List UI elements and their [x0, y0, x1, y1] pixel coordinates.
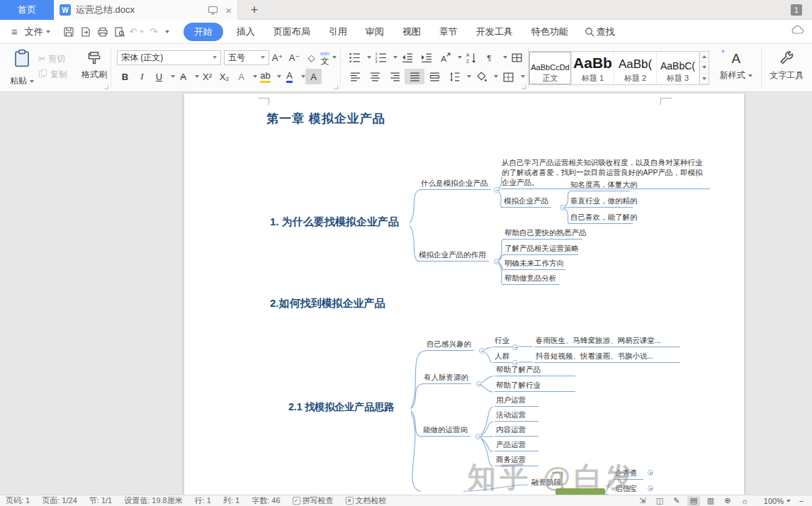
clear-format-button[interactable]: ◇ — [303, 50, 320, 65]
read-layout-icon[interactable]: ◫ — [653, 496, 666, 506]
tab-page-layout[interactable]: 页面布局 — [274, 23, 310, 41]
document-page[interactable]: 第一章 模拟企业产品 — [184, 94, 744, 495]
window-count-badge[interactable]: 1 — [791, 4, 802, 16]
bold-button[interactable]: B — [117, 69, 133, 84]
new-style-button[interactable]: *A 新样式 — [711, 44, 760, 91]
document-tab[interactable]: W 运营总结.docx × — [54, 0, 238, 20]
chevron-down-icon[interactable] — [521, 75, 525, 78]
borders-button[interactable] — [498, 69, 518, 84]
style-heading1[interactable]: AaBb标题 1 — [572, 52, 614, 84]
increase-indent-button[interactable] — [417, 50, 436, 65]
tab-settings-button[interactable] — [507, 50, 526, 65]
align-left-button[interactable] — [345, 69, 365, 84]
status-word-count[interactable]: 字数: 46 — [252, 495, 280, 506]
check-icon: ✓ — [293, 497, 300, 505]
web-layout-icon[interactable]: ⊕ — [721, 496, 734, 506]
mindmap-node: 垂直行业，做的精的 — [569, 196, 633, 208]
cut-button[interactable]: ✂剪切 — [38, 51, 78, 67]
home-tab[interactable]: 首页 — [0, 0, 54, 20]
print-icon[interactable] — [94, 23, 111, 40]
shrink-font-button[interactable]: A⁻ — [286, 50, 303, 65]
cross-icon: ✕ — [346, 497, 354, 505]
align-center-button[interactable] — [365, 69, 385, 84]
close-tab-icon[interactable]: × — [225, 4, 232, 16]
section-heading: 2.如何找到模拟企业产品 — [270, 297, 385, 310]
zoom-out-button[interactable]: − — [795, 496, 808, 506]
copy-button[interactable]: 复制 — [38, 67, 78, 82]
eye-protection-icon[interactable]: ☼ — [738, 496, 751, 506]
save-icon[interactable] — [60, 23, 77, 40]
highlight-color-button[interactable]: ab — [260, 71, 270, 83]
tab-developer[interactable]: 开发工具 — [476, 23, 513, 41]
styles-more-button[interactable] — [700, 74, 709, 84]
style-normal[interactable]: AaBbCcDd正文 — [529, 52, 572, 84]
print-layout-icon[interactable]: ▤ — [687, 496, 700, 506]
text-effects-button[interactable]: A — [233, 69, 249, 84]
svg-text:¶: ¶ — [487, 53, 491, 62]
mindmap-node: 模拟企业产品的作用 — [417, 249, 489, 262]
paragraph-dialog-launcher[interactable] — [521, 85, 526, 89]
find-button[interactable]: 查找 — [585, 26, 615, 38]
superscript-button[interactable]: X² — [199, 69, 215, 84]
cloud-sync-icon[interactable] — [791, 24, 805, 38]
chevron-down-icon[interactable] — [786, 500, 791, 502]
font-name-select[interactable]: 宋体 (正文) — [117, 50, 221, 65]
document-proof-toggle[interactable]: ✕文档检校 — [346, 495, 387, 506]
undo-icon[interactable]: ↶ — [128, 23, 145, 40]
show-marks-button[interactable]: ¶ — [481, 50, 500, 65]
hamburger-icon[interactable]: ≡ — [11, 26, 18, 38]
text-direction-button[interactable]: A — [436, 50, 455, 65]
mindmap-node: 产品运营 — [495, 439, 538, 451]
justify-button[interactable] — [405, 69, 424, 84]
font-color-button[interactable]: A — [286, 71, 293, 83]
write-mode-icon[interactable]: ✎ — [670, 496, 683, 506]
line-spacing-button[interactable] — [444, 69, 464, 84]
sort-button[interactable]: AZ — [462, 50, 481, 65]
document-canvas[interactable]: 第一章 模拟企业产品 — [0, 92, 812, 495]
zoom-level[interactable]: 100% — [764, 497, 784, 505]
fullscreen-view-icon[interactable]: ⇲ — [636, 496, 649, 506]
svg-text:Z: Z — [466, 58, 469, 63]
file-menu[interactable]: 文件 — [25, 26, 50, 38]
print-preview-icon[interactable] — [111, 23, 128, 40]
styles-scroll-down[interactable] — [700, 62, 709, 73]
node-collapse-icon — [512, 344, 518, 350]
styles-scroll-up[interactable] — [700, 52, 709, 62]
distribute-button[interactable] — [424, 69, 444, 84]
redo-icon[interactable]: ↷ — [145, 23, 162, 40]
new-tab-button[interactable]: + — [245, 0, 264, 20]
paste-button[interactable]: 粘贴 — [6, 48, 38, 91]
pinyin-guide-button[interactable]: wén文 — [320, 50, 337, 65]
chevron-down-icon — [748, 74, 752, 77]
tab-review[interactable]: 审阅 — [366, 23, 384, 41]
tab-section[interactable]: 章节 — [439, 23, 458, 41]
underline-button[interactable]: U — [151, 69, 167, 84]
clipboard-dialog-launcher[interactable] — [104, 85, 108, 89]
font-size-select[interactable]: 五号 — [224, 50, 269, 65]
strikethrough-button[interactable]: A — [175, 69, 191, 84]
customize-toolbar-icon[interactable] — [165, 30, 169, 33]
spell-check-toggle[interactable]: ✓拼写检查 — [293, 495, 334, 506]
align-right-button[interactable] — [385, 69, 405, 84]
tab-home[interactable]: 开始 — [184, 23, 223, 41]
share-screen-icon[interactable] — [208, 5, 218, 16]
decrease-indent-button[interactable] — [397, 50, 417, 65]
subscript-button[interactable]: X₂ — [216, 69, 232, 84]
italic-button[interactable]: I — [134, 69, 150, 84]
tab-special-features[interactable]: 特色功能 — [531, 23, 568, 41]
style-heading2[interactable]: AaBb(标题 2 — [614, 52, 657, 84]
mindmap-node: 用户运营 — [495, 395, 538, 407]
outline-view-icon[interactable]: ▥ — [704, 496, 717, 506]
style-heading3[interactable]: AaBbC(标题 3 — [657, 52, 699, 84]
numbered-list-button[interactable]: 123 — [371, 50, 390, 65]
tab-insert[interactable]: 插入 — [237, 23, 255, 41]
export-icon[interactable] — [77, 23, 94, 40]
bullet-list-button[interactable] — [345, 50, 364, 65]
shading-button[interactable] — [471, 69, 491, 84]
character-shading-button[interactable]: A — [305, 69, 322, 84]
tab-view[interactable]: 视图 — [402, 23, 421, 41]
text-tool-button[interactable]: 文字工具 — [762, 44, 812, 91]
font-dialog-launcher[interactable] — [334, 85, 338, 89]
grow-font-button[interactable]: A⁺ — [269, 50, 286, 65]
tab-references[interactable]: 引用 — [329, 23, 347, 41]
